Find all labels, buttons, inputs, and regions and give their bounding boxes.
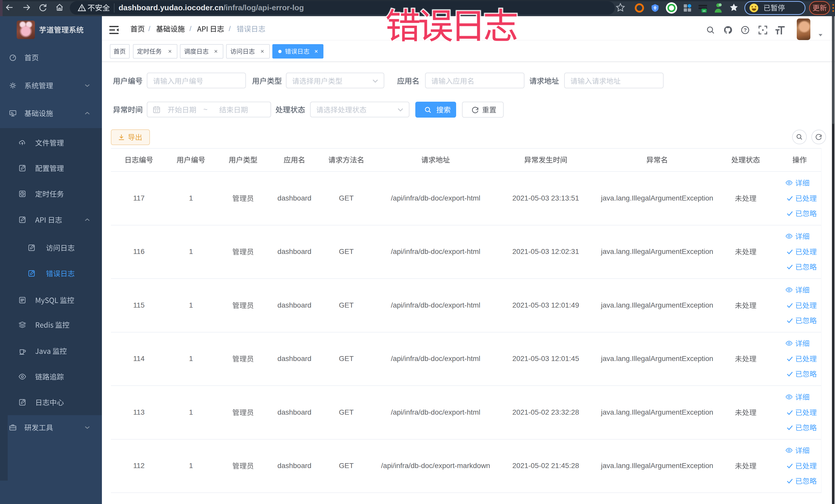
svg-text:on: on [702, 9, 705, 12]
svg-text:?: ? [744, 27, 747, 33]
